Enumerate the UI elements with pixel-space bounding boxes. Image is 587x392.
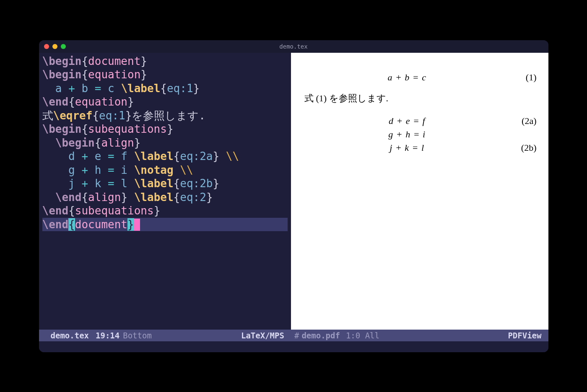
equation-1: a + b = c (1) xyxy=(303,72,537,83)
equation-line: j + k = l(2b) xyxy=(303,142,537,153)
prose-text: 式 (1) を参照します. xyxy=(304,92,537,105)
modeline-file: demo.tex xyxy=(51,331,89,340)
modeline-file: demo.pdf xyxy=(301,331,340,340)
modeline-left: demo.tex 19:14 Bottom LaTeX/MPS xyxy=(39,330,291,341)
latex-source-editor[interactable]: \begin{document}\begin{equation} a + b =… xyxy=(39,53,291,330)
preview-pane: a + b = c (1) 式 (1) を参照します. d + e = f(2a… xyxy=(291,53,548,341)
minimize-icon[interactable] xyxy=(52,44,57,49)
window-titlebar: demo.tex xyxy=(39,40,548,53)
equation-line: d + e = f(2a) xyxy=(303,116,537,126)
equation-number: (2b) xyxy=(512,142,537,153)
pdf-preview[interactable]: a + b = c (1) 式 (1) を参照します. d + e = f(2a… xyxy=(291,53,548,330)
equation-body: a + b = c xyxy=(303,72,512,83)
equation-number: (2a) xyxy=(512,116,537,126)
close-icon[interactable] xyxy=(44,44,49,49)
modeline-pos: 19:14 xyxy=(96,331,119,340)
modeline-where: Bottom xyxy=(123,331,152,340)
equation-number: (1) xyxy=(512,72,537,83)
modeline-prefix: # xyxy=(294,331,299,340)
traffic-lights xyxy=(44,44,66,49)
editor-pane: \begin{document}\begin{equation} a + b =… xyxy=(39,53,291,341)
modeline-mode: PDFView xyxy=(508,331,541,340)
equation-body: g + h = i xyxy=(303,129,512,140)
modeline-mode: LaTeX/MPS xyxy=(241,331,284,340)
modeline-right: # demo.pdf 1:0 All PDFView xyxy=(291,330,548,341)
emacs-window: demo.tex \begin{document}\begin{equation… xyxy=(39,40,548,352)
equation-body: d + e = f xyxy=(303,116,512,126)
modeline-pos: 1:0 All xyxy=(346,331,379,340)
subequations: d + e = f(2a)g + h = ij + k = l(2b) xyxy=(303,116,537,153)
minibuffer[interactable] xyxy=(39,341,548,352)
zoom-icon[interactable] xyxy=(61,44,66,49)
window-title: demo.tex xyxy=(279,43,307,50)
equation-line: g + h = i xyxy=(303,129,537,140)
equation-body: j + k = l xyxy=(303,142,512,153)
split-content: \begin{document}\begin{equation} a + b =… xyxy=(39,53,548,341)
